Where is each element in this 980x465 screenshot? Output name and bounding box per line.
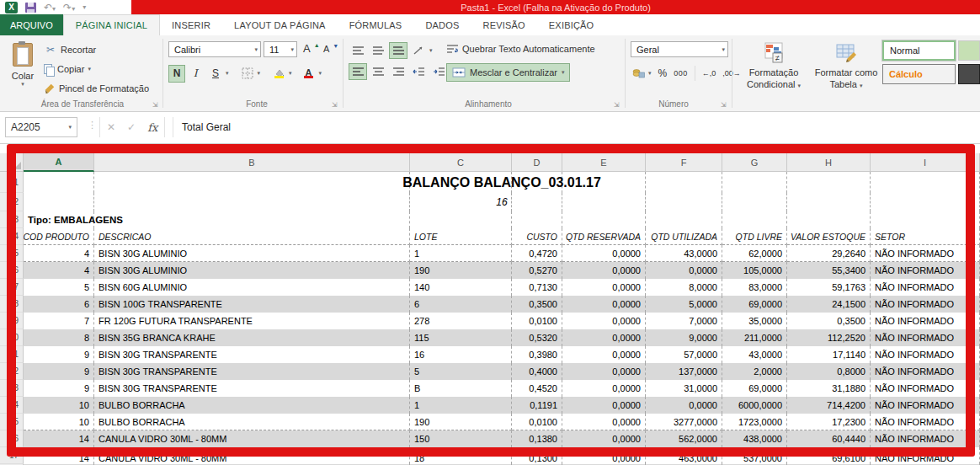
table-cell[interactable]: DESCRICAO — [94, 228, 410, 245]
table-cell[interactable]: NÃO INFORMADO — [871, 279, 980, 296]
table-cell[interactable]: LOTE — [410, 228, 512, 245]
chevron-down-icon[interactable]: ▾ — [319, 70, 322, 77]
table-cell[interactable]: NÃO INFORMADO — [871, 329, 980, 346]
row-number[interactable]: 14 — [0, 397, 24, 414]
table-cell[interactable]: 0,0100 — [512, 414, 562, 430]
fill-color-button[interactable] — [269, 65, 289, 83]
table-cell[interactable]: NÃO INFORMADO — [871, 245, 980, 262]
table-cell[interactable]: NÃO INFORMADO — [871, 296, 980, 313]
table-cell[interactable] — [787, 211, 871, 228]
table-cell[interactable]: 5,0000 — [646, 296, 722, 313]
orientation-button[interactable] — [409, 42, 428, 59]
redo-icon[interactable]: ↷▾ — [63, 3, 75, 13]
table-cell[interactable]: 16 — [410, 346, 512, 363]
table-cell[interactable]: 0,0000 — [562, 313, 646, 329]
table-cell[interactable]: NÃO INFORMADO — [871, 262, 980, 279]
table-cell[interactable]: CANULA VIDRO 30ML - 80MM — [94, 430, 410, 447]
table-cell[interactable]: 0,8000 — [787, 363, 871, 380]
insert-function-icon[interactable]: fx — [147, 121, 157, 134]
table-cell[interactable]: BISN 30G ALUMINIO — [94, 245, 410, 262]
table-cell[interactable]: 0,3500 — [787, 313, 871, 329]
table-cell[interactable] — [512, 211, 562, 228]
style-calculo[interactable]: Cálculo — [882, 64, 956, 84]
table-cell[interactable]: 14 — [24, 430, 94, 447]
table-cell[interactable]: 438,0000 — [722, 430, 787, 447]
table-cell[interactable]: 0,0000 — [562, 296, 646, 313]
table-cell[interactable]: 0,3980 — [512, 346, 562, 363]
table-cell[interactable]: 31,0000 — [646, 380, 722, 397]
borders-button[interactable] — [237, 65, 258, 83]
table-cell[interactable]: 0,0000 — [562, 346, 646, 363]
table-cell[interactable]: CANULA VIDRO 30ML - 80MM — [94, 447, 410, 464]
table-cell[interactable]: COD PRODUTO — [24, 228, 94, 245]
table-cell[interactable] — [722, 172, 787, 193]
table-cell[interactable]: NÃO INFORMADO — [871, 430, 980, 447]
table-cell[interactable] — [871, 193, 980, 211]
row-number[interactable]: 3 — [0, 211, 24, 228]
merge-center-button[interactable]: Mesclar e Centralizar ▾ — [446, 63, 570, 82]
font-size-select[interactable]: 11▾ — [264, 41, 297, 57]
table-cell[interactable] — [562, 172, 646, 193]
table-cell[interactable]: 0,0000 — [562, 363, 646, 380]
increase-decimal-button[interactable]: ←,0 — [702, 69, 716, 78]
alignment-dialog-launcher-icon[interactable]: ⇲ — [614, 101, 621, 109]
align-center-button[interactable] — [369, 63, 387, 80]
table-cell[interactable]: 0,0000 — [562, 262, 646, 279]
table-cell[interactable]: 0,0000 — [562, 279, 646, 296]
table-cell[interactable] — [722, 211, 787, 228]
style-normal[interactable]: Normal — [882, 40, 956, 61]
cancel-icon[interactable]: ✕ — [107, 121, 115, 133]
table-cell[interactable]: 0,5320 — [512, 329, 562, 346]
table-cell[interactable] — [787, 172, 871, 193]
table-cell[interactable]: 69,6100 — [787, 447, 871, 464]
table-cell[interactable]: 537,0000 — [722, 447, 787, 464]
qat-customize-icon[interactable]: ▾ — [83, 3, 86, 11]
table-cell[interactable]: 6 — [24, 296, 94, 313]
align-top-button[interactable] — [349, 42, 367, 59]
table-cell[interactable]: 62,0000 — [722, 245, 787, 262]
table-cell[interactable]: 29,2640 — [787, 245, 871, 262]
table-cell[interactable] — [562, 193, 646, 211]
tab-inserir[interactable]: INSERIR — [160, 14, 222, 35]
row-number[interactable]: 9 — [0, 313, 24, 329]
table-cell[interactable] — [512, 172, 562, 193]
table-cell[interactable]: 190 — [410, 414, 512, 430]
column-header-g[interactable]: G — [722, 153, 787, 172]
table-cell[interactable]: 10 — [24, 414, 94, 430]
table-cell[interactable]: 211,0000 — [722, 329, 787, 346]
row-number[interactable]: 4 — [0, 228, 24, 245]
tab-arquivo[interactable]: ARQUIVO — [0, 14, 63, 35]
column-header-h[interactable]: H — [787, 153, 871, 172]
chevron-down-icon[interactable]: ▾ — [226, 70, 229, 77]
table-cell[interactable]: 0,1380 — [512, 430, 562, 447]
table-cell[interactable]: 17,1140 — [787, 346, 871, 363]
table-cell[interactable]: 17,2300 — [787, 414, 871, 430]
paste-button[interactable]: Colar ▾ — [5, 40, 40, 103]
conditional-formatting-button[interactable]: ≠ Formatação Condicional ▾ — [738, 42, 810, 90]
table-cell[interactable]: 0,4520 — [512, 380, 562, 397]
table-cell[interactable] — [410, 172, 512, 193]
chevron-down-icon[interactable]: ▾ — [258, 70, 261, 77]
italic-button[interactable]: I — [185, 65, 205, 83]
table-cell[interactable]: 69,0000 — [722, 296, 787, 313]
table-cell[interactable]: 14 — [24, 447, 94, 464]
table-cell[interactable] — [410, 211, 512, 228]
table-cell[interactable] — [512, 193, 562, 211]
tab-revis-o[interactable]: REVISÃO — [471, 14, 537, 35]
table-cell[interactable]: 43,0000 — [646, 245, 722, 262]
table-cell[interactable]: BISN 30G TRANSPARENTE — [94, 363, 410, 380]
table-cell[interactable]: NÃO INFORMADO — [871, 414, 980, 430]
row-number[interactable]: 10 — [0, 329, 24, 346]
table-cell[interactable]: 0,7130 — [512, 279, 562, 296]
table-cell[interactable]: 0,1191 — [512, 397, 562, 414]
table-cell[interactable]: BISN 60G ALUMINIO — [94, 279, 410, 296]
formula-bar-grip[interactable]: ⋮ — [88, 120, 97, 131]
enter-icon[interactable]: ✓ — [127, 121, 136, 133]
select-all-corner[interactable] — [0, 153, 24, 172]
row-number[interactable]: 6 — [0, 262, 24, 279]
tab-exibi-o[interactable]: EXIBIÇÃO — [537, 14, 606, 35]
table-cell[interactable]: NÃO INFORMADO — [871, 397, 980, 414]
table-cell[interactable] — [562, 211, 646, 228]
align-left-button[interactable] — [349, 63, 367, 80]
table-cell[interactable]: 115 — [410, 329, 512, 346]
